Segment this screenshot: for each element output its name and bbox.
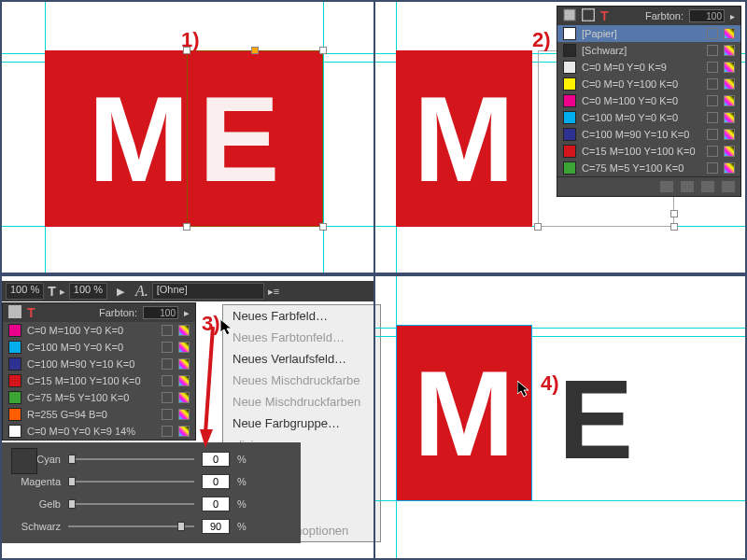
zoom-select-2[interactable]: 100 % — [69, 283, 107, 300]
type-icon[interactable]: T — [27, 305, 35, 320]
mixer-slider[interactable] — [68, 503, 194, 505]
mixer-slider[interactable] — [68, 525, 194, 527]
swatch-type-icon — [707, 162, 718, 174]
color-mode-icon — [178, 392, 190, 403]
swatch-row[interactable]: C=0 M=100 Y=0 K=0 — [3, 322, 195, 339]
swatch-row[interactable]: C=100 M=90 Y=10 K=0 — [3, 356, 195, 372]
swatch-row[interactable]: C=0 M=0 Y=0 K=9 14% — [3, 423, 195, 440]
mixer-value[interactable] — [202, 497, 230, 511]
swatch-type-icon — [162, 426, 173, 437]
swatch-type-icon — [162, 392, 173, 403]
swatch-row[interactable]: C=0 M=100 Y=0 K=0 — [557, 92, 740, 109]
swatch-name: C=0 M=100 Y=0 K=0 — [27, 325, 156, 336]
swatch-color — [563, 61, 576, 74]
swatch-row[interactable]: C=75 M=5 Y=100 K=0 — [3, 389, 195, 406]
swatch-name: C=0 M=0 Y=0 K=9 — [582, 62, 701, 73]
swatch-row[interactable]: C=15 M=100 Y=100 K=0 — [3, 372, 195, 389]
swatch-row[interactable]: R=255 G=94 B=0 — [3, 406, 195, 423]
color-mode-icon — [178, 375, 190, 386]
color-mode-icon — [724, 28, 735, 39]
resize-handle[interactable] — [183, 223, 190, 231]
color-mode-icon — [724, 78, 735, 90]
swatch-row[interactable]: [Schwarz] — [557, 42, 740, 59]
mixer-slider[interactable] — [68, 481, 194, 483]
resize-handle[interactable] — [319, 47, 327, 54]
quadrant-2: M 2) T Farbton: ▸ [Papier][Schwarz]C=0 M… — [374, 0, 747, 274]
resize-handle[interactable] — [670, 210, 678, 217]
letter-m: M — [414, 69, 514, 209]
mixer-row: Cyan% — [9, 448, 293, 470]
swatches-panel-3[interactable]: T Farbton: ▸ C=0 M=100 Y=0 K=0C=100 M=0 … — [2, 302, 196, 441]
tint-input[interactable] — [689, 9, 725, 22]
trash-icon[interactable] — [722, 181, 735, 192]
swatch-type-icon — [707, 95, 718, 106]
zoom-select[interactable]: 100 % — [6, 283, 44, 300]
color-mode-icon — [178, 342, 190, 353]
resize-handle[interactable] — [670, 223, 678, 231]
type-icon[interactable]: T — [600, 8, 609, 23]
char-panel-icon[interactable]: A. — [135, 283, 148, 300]
quadrant-1: M E 1) — [0, 0, 375, 274]
swatch-row[interactable]: C=100 M=0 Y=0 K=0 — [3, 339, 195, 356]
selection-rect[interactable] — [396, 325, 532, 501]
fill-icon[interactable] — [8, 305, 21, 320]
cursor-icon — [517, 381, 536, 399]
step-label-3: 3) — [202, 312, 220, 336]
step-label-4: 4) — [541, 371, 559, 396]
mixer-value[interactable] — [202, 452, 230, 467]
menu-item[interactable]: Neues Verlaufsfeld… — [223, 348, 380, 370]
swatches-panel[interactable]: T Farbton: ▸ [Papier][Schwarz]C=0 M=0 Y=… — [557, 6, 741, 197]
menu-item[interactable]: Neue Farbgruppe… — [223, 413, 380, 434]
swatch-type-icon — [162, 342, 173, 353]
menu-item: Neues Mischdruckfarbe — [223, 370, 380, 391]
swatch-row[interactable]: C=15 M=100 Y=100 K=0 — [557, 143, 740, 160]
swatch-color — [563, 145, 576, 158]
swatch-color — [8, 341, 21, 354]
resize-handle[interactable] — [534, 223, 542, 231]
swatch-row[interactable]: [Papier] — [557, 25, 740, 42]
fill-select[interactable]: [Ohne] — [152, 283, 264, 300]
menu-item[interactable]: Neues Farbfeld… — [223, 305, 380, 327]
mixer-value[interactable] — [202, 519, 230, 534]
swatch-row[interactable]: C=0 M=0 Y=100 K=0 — [557, 76, 740, 92]
swatch-name: C=100 M=0 Y=0 K=0 — [27, 342, 156, 353]
selection-rect[interactable] — [187, 50, 323, 227]
swatch-row[interactable]: C=0 M=0 Y=0 K=9 — [557, 59, 740, 76]
swatch-name: C=75 M=5 Y=100 K=0 — [27, 392, 156, 403]
swatch-color — [563, 44, 576, 57]
swatch-row[interactable]: C=100 M=90 Y=10 K=0 — [557, 126, 740, 143]
swatch-color — [8, 357, 21, 371]
color-mode-icon — [724, 146, 735, 157]
type-icon: T — [48, 284, 56, 299]
slider-thumb[interactable] — [68, 499, 76, 509]
swatch-color — [8, 374, 21, 387]
color-mode-icon — [724, 162, 735, 174]
swatch-name: C=0 M=0 Y=100 K=0 — [582, 78, 701, 90]
fill-icon[interactable] — [563, 8, 576, 23]
color-mixer[interactable]: Cyan%Magenta%Gelb%Schwarz% — [2, 442, 301, 543]
swatch-type-icon — [162, 358, 173, 370]
resize-handle[interactable] — [251, 47, 259, 54]
stroke-icon[interactable] — [582, 8, 595, 23]
swatch-row[interactable]: C=100 M=0 Y=0 K=0 — [557, 109, 740, 126]
slider-thumb[interactable] — [177, 522, 185, 531]
mixer-slider[interactable] — [68, 458, 194, 460]
slider-thumb[interactable] — [68, 477, 76, 486]
slider-thumb[interactable] — [68, 455, 76, 464]
resize-handle[interactable] — [319, 223, 327, 231]
tint-input[interactable] — [143, 306, 178, 319]
swatch-row[interactable]: C=75 M=5 Y=100 K=0 — [557, 160, 740, 176]
mixer-value[interactable] — [202, 474, 230, 489]
cursor-icon — [220, 319, 235, 338]
svg-line-4 — [205, 327, 213, 433]
color-preview — [11, 448, 37, 474]
swatch-name: C=100 M=90 Y=10 K=0 — [582, 129, 701, 140]
new-swatch-icon[interactable] — [701, 181, 714, 192]
swatch-type-icon — [707, 62, 718, 73]
swatch-color — [563, 128, 576, 141]
swatch-color — [563, 77, 576, 91]
swatch-name: C=15 M=100 Y=100 K=0 — [582, 146, 701, 157]
show-list-icon[interactable] — [660, 181, 673, 192]
folder-icon[interactable] — [681, 181, 694, 192]
flyout-icon[interactable]: ▸≡ — [268, 286, 279, 298]
